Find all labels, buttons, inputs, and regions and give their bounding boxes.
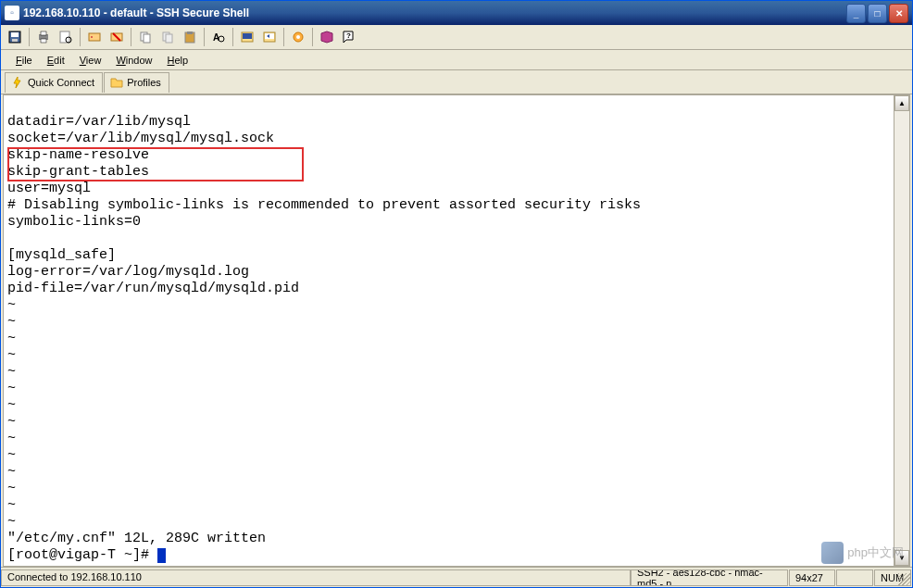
cursor-icon [157, 548, 166, 563]
save-icon[interactable] [5, 27, 25, 47]
window-controls: _ □ ✕ [846, 4, 908, 23]
titlebar[interactable]: ▫ 192.168.10.110 - default - SSH Secure … [1, 1, 912, 25]
context-help-icon[interactable]: ? [339, 27, 359, 47]
svg-text:?: ? [346, 31, 351, 40]
watermark-text: php中文网 [847, 544, 904, 561]
svg-rect-5 [41, 39, 46, 43]
toolbar-separator [204, 28, 205, 46]
svg-rect-4 [41, 31, 46, 35]
print-preview-icon[interactable] [56, 27, 76, 47]
quickbar: Quick Connect Profiles [1, 70, 912, 94]
toolbar-separator [232, 28, 233, 46]
svg-rect-8 [89, 33, 100, 41]
settings-icon[interactable] [288, 27, 308, 47]
menu-window[interactable]: Window [108, 53, 159, 68]
menu-file[interactable]: File [8, 53, 40, 68]
terminal-content[interactable]: datadir=/var/lib/mysql socket=/var/lib/m… [4, 95, 909, 567]
svg-rect-13 [144, 34, 150, 43]
status-connection: Connected to 192.168.10.110 [1, 569, 631, 586]
svg-rect-1 [11, 32, 19, 37]
close-button[interactable]: ✕ [889, 4, 908, 23]
svg-rect-15 [166, 34, 172, 43]
menu-help[interactable]: Help [160, 53, 196, 68]
menubar: File Edit View Window Help [1, 50, 912, 70]
status-dimensions: 94x27 [789, 569, 835, 586]
folder-icon [110, 76, 123, 89]
status-ssh-info: SSH2 - aes128-cbc - hmac-md5 - n [631, 569, 788, 586]
paste-icon[interactable] [180, 27, 200, 47]
toolbar-separator [312, 28, 313, 46]
svg-rect-2 [12, 39, 18, 42]
terminal-icon[interactable] [237, 27, 257, 47]
quick-connect-label: Quick Connect [28, 77, 94, 88]
terminal-area[interactable]: datadir=/var/lib/mysql socket=/var/lib/m… [3, 94, 910, 567]
scroll-track[interactable] [894, 111, 909, 550]
svg-rect-21 [243, 33, 252, 39]
cut-icon[interactable] [157, 27, 178, 47]
menu-view[interactable]: View [72, 53, 109, 68]
vertical-scrollbar[interactable]: ▲ ▼ [894, 95, 909, 566]
svg-point-9 [91, 36, 93, 38]
maximize-button[interactable]: □ [868, 4, 887, 23]
help-icon[interactable] [317, 27, 337, 47]
watermark-icon [821, 542, 844, 564]
toolbar: A ? [1, 25, 912, 50]
minimize-button[interactable]: _ [846, 4, 866, 23]
profiles-label: Profiles [127, 77, 161, 88]
toolbar-separator [283, 28, 284, 46]
app-icon: ▫ [5, 6, 19, 20]
quick-connect-button[interactable]: Quick Connect [5, 72, 103, 93]
terminal-output: datadir=/var/lib/mysql socket=/var/lib/m… [7, 114, 906, 567]
profiles-button[interactable]: Profiles [104, 72, 169, 93]
file-transfer-icon[interactable] [259, 27, 280, 47]
connect-icon[interactable] [84, 27, 105, 47]
status-caps [836, 569, 873, 586]
resize-grip-icon[interactable] [898, 573, 911, 586]
scroll-up-button[interactable]: ▲ [894, 95, 909, 111]
toolbar-separator [131, 28, 131, 46]
window-title: 192.168.10.110 - default - SSH Secure Sh… [23, 6, 846, 19]
main-window: ▫ 192.168.10.110 - default - SSH Secure … [0, 0, 913, 588]
toolbar-separator [80, 28, 81, 46]
lightning-icon [11, 76, 24, 89]
svg-point-25 [296, 35, 300, 39]
copy-icon[interactable] [135, 27, 156, 47]
toolbar-separator [29, 28, 30, 46]
menu-edit[interactable]: Edit [40, 53, 72, 68]
svg-rect-17 [187, 31, 193, 34]
disconnect-icon[interactable] [106, 27, 127, 47]
shell-prompt: [root@vigap-T ~]# [7, 547, 157, 563]
print-icon[interactable] [33, 27, 54, 47]
watermark: php中文网 [821, 542, 904, 564]
statusbar: Connected to 192.168.10.110 SSH2 - aes12… [1, 567, 912, 587]
find-icon[interactable]: A [208, 27, 229, 47]
